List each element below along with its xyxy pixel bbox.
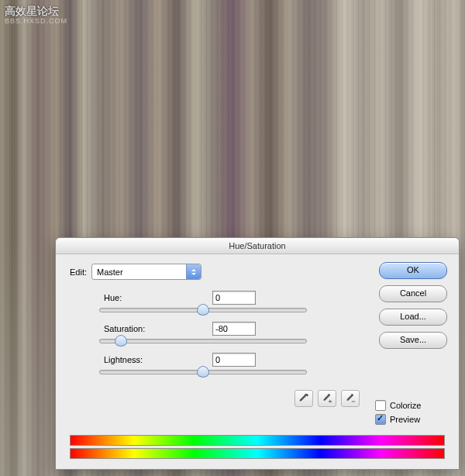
colorize-label: Colorize — [390, 401, 421, 410]
preview-label: Preview — [390, 415, 420, 424]
hue-thumb[interactable] — [197, 304, 209, 316]
eyedropper-icon[interactable] — [294, 390, 313, 407]
dialog-title: Hue/Saturation — [56, 238, 459, 254]
hue-slider[interactable] — [99, 308, 307, 312]
eyedropper-minus-icon[interactable] — [341, 390, 360, 407]
cancel-button[interactable]: Cancel — [379, 285, 447, 302]
lightness-label: Lightness: — [104, 355, 212, 364]
spectrum-bars — [70, 435, 445, 461]
lightness-thumb[interactable] — [197, 366, 209, 378]
spectrum-top — [70, 435, 445, 446]
saturation-slider[interactable] — [99, 339, 307, 343]
edit-label: Edit: — [70, 267, 87, 277]
saturation-thumb[interactable] — [115, 335, 127, 347]
preview-checkbox[interactable] — [375, 414, 386, 425]
edit-select-value: Master — [97, 267, 123, 277]
spectrum-bottom — [70, 448, 445, 459]
hue-label: Hue: — [104, 293, 212, 302]
select-arrows-icon — [186, 264, 201, 279]
save-button[interactable]: Save... — [379, 332, 447, 349]
lightness-input[interactable] — [212, 353, 256, 367]
colorize-checkbox[interactable] — [375, 400, 386, 411]
edit-select[interactable]: Master — [91, 264, 202, 280]
hue-saturation-dialog: Hue/Saturation Edit: Master Hue: — [55, 237, 460, 470]
load-button[interactable]: Load... — [379, 309, 447, 326]
ok-button[interactable]: OK — [379, 262, 447, 279]
hue-input[interactable] — [212, 291, 256, 305]
lightness-slider[interactable] — [99, 370, 307, 374]
saturation-label: Saturation: — [104, 324, 212, 333]
eyedropper-plus-icon[interactable] — [318, 390, 336, 407]
watermark-sub: BBS.HXSD.COM — [5, 17, 67, 25]
saturation-input[interactable] — [212, 322, 256, 336]
